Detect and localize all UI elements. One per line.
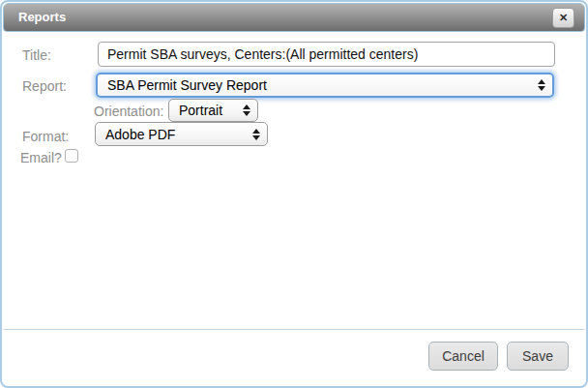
format-label: Format: [22,129,69,144]
orientation-label: Orientation: [94,104,163,119]
report-select-value: SBA Permit Survey Report [107,77,267,93]
updown-arrows-icon [538,79,545,91]
report-select[interactable]: SBA Permit Survey Report [96,73,554,98]
email-label: Email? [20,150,62,165]
report-label: Report: [22,78,67,94]
orientation-select-value: Portrait [179,103,222,118]
format-select-value: Adobe PDF [105,127,175,142]
save-button[interactable]: Save [507,342,569,371]
reports-dialog: Reports ✕ Title: Report: SBA Permit Surv… [0,0,588,388]
email-checkbox[interactable] [65,149,78,163]
close-button[interactable]: ✕ [552,8,574,28]
close-icon: ✕ [559,12,568,24]
format-select[interactable]: Adobe PDF [95,122,268,146]
updown-arrows-icon [243,104,250,116]
title-input[interactable] [98,42,555,67]
footer-divider [4,329,584,330]
dialog-title: Reports [18,4,66,31]
updown-arrows-icon [252,129,260,140]
title-label: Title: [22,47,51,63]
dialog-titlebar[interactable]: Reports ✕ [3,3,585,32]
orientation-select[interactable]: Portrait [168,99,258,122]
cancel-button[interactable]: Cancel [428,342,498,371]
